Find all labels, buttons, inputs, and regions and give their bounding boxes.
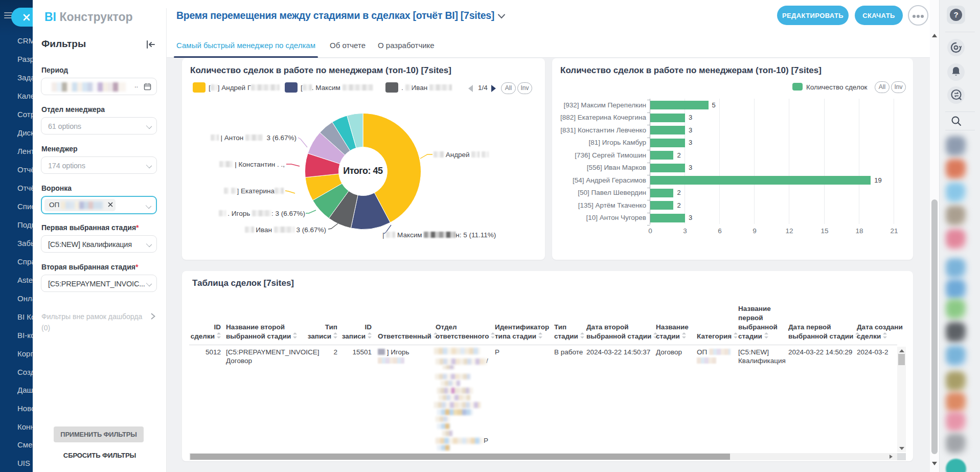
- svg-text:?: ?: [953, 10, 958, 19]
